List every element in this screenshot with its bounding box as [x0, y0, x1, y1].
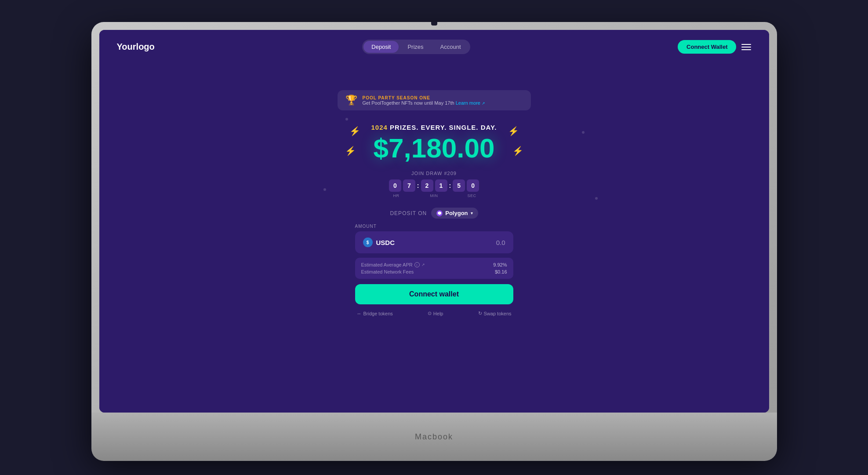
network-name: Polygon — [445, 210, 468, 216]
promo-banner: 🏆 POOL PARTY SEASON ONE Get PoolTogether… — [338, 90, 531, 110]
decorative-dot — [323, 188, 326, 191]
header: Yourlogo Deposit Prizes Account Connect … — [99, 30, 769, 64]
laptop-notch — [431, 22, 437, 26]
tab-prizes[interactable]: Prizes — [399, 41, 431, 53]
external-link-icon: ↗ — [482, 101, 485, 106]
prize-count-text: PRIZES. EVERY. SINGLE. DAY. — [390, 124, 497, 131]
min-digit-2: 1 — [435, 179, 447, 192]
hour-digit-2: 7 — [403, 179, 415, 192]
prize-amount: $7,180.00 — [371, 135, 497, 162]
banner-text: POOL PARTY SEASON ONE Get PoolTogether N… — [363, 95, 486, 106]
fee-info: Estimated Average APR i ↗ 9.92% Estimate… — [355, 258, 513, 279]
prize-count-number: 1024 — [371, 124, 388, 131]
hour-digit-1: 0 — [389, 179, 401, 192]
bottom-links: ↔ Bridge tokens ⊙ Help ↻ Swap tokens — [355, 311, 513, 316]
chevron-down-icon: ▾ — [471, 211, 473, 216]
decorative-dot — [582, 131, 585, 134]
timer-labels: HRMINSEC — [382, 194, 486, 198]
amount-value: 0.0 — [496, 239, 505, 246]
menu-line-1 — [741, 44, 751, 45]
prize-hero: ⚡ ⚡ ⚡ ⚡ 1024 PRIZES. EVERY. SINGLE. DAY.… — [371, 124, 497, 162]
prize-count-line: 1024 PRIZES. EVERY. SINGLE. DAY. — [371, 124, 497, 131]
polygon-logo — [436, 210, 443, 216]
tab-deposit[interactable]: Deposit — [363, 41, 399, 53]
polygon-inner — [438, 212, 441, 215]
colon-1: : — [417, 182, 419, 189]
help-icon: ⊙ — [428, 311, 432, 316]
connect-wallet-main-button[interactable]: Connect wallet — [355, 284, 513, 304]
sec-digit-2: 0 — [467, 179, 479, 192]
external-link-icon-small: ↗ — [421, 263, 425, 267]
info-icon: i — [414, 262, 420, 267]
usdc-row: $ USDC — [363, 238, 395, 247]
logo: Yourlogo — [117, 42, 155, 52]
usdc-icon: $ — [363, 238, 373, 247]
laptop-frame: Yourlogo Deposit Prizes Account Connect … — [91, 22, 777, 453]
network-fees-label: Estimated Network Fees — [361, 269, 414, 274]
main-content: 🏆 POOL PARTY SEASON ONE Get PoolTogether… — [99, 64, 769, 316]
banner-title: POOL PARTY SEASON ONE — [363, 95, 486, 100]
timer-digits: 0 7 : 2 1 : 5 0 — [382, 179, 486, 192]
sparkle-icon-1: ⚡ — [349, 126, 360, 136]
laptop-brand: Macbook — [415, 432, 453, 442]
usdc-label: USDC — [376, 239, 395, 246]
menu-line-2 — [741, 47, 751, 48]
timer-section: JOIN DRAW #209 0 7 : 2 1 : 5 0 HRMINSEC — [382, 171, 486, 198]
deposit-section: DEPOSIT ON Polygon ▾ AMOUNT — [355, 208, 513, 316]
tab-account[interactable]: Account — [432, 41, 469, 53]
bridge-icon: ↔ — [357, 311, 362, 316]
trophy-icon: 🏆 — [345, 95, 357, 106]
sparkle-icon-3: ⚡ — [345, 146, 356, 156]
sparkle-icon-2: ⚡ — [508, 126, 519, 136]
menu-line-3 — [741, 49, 751, 50]
deposit-on-row: DEPOSIT ON Polygon ▾ — [355, 208, 513, 219]
decorative-dot — [595, 197, 598, 200]
network-fees-value: $0.16 — [495, 269, 507, 274]
laptop-screen: Yourlogo Deposit Prizes Account Connect … — [99, 30, 769, 413]
connect-wallet-header-button[interactable]: Connect Wallet — [678, 40, 736, 54]
menu-icon[interactable] — [741, 44, 751, 50]
nav-tabs: Deposit Prizes Account — [362, 40, 470, 54]
help-link[interactable]: ⊙ Help — [428, 311, 443, 316]
sparkle-icon-4: ⚡ — [512, 146, 523, 156]
header-right: Connect Wallet — [678, 40, 751, 54]
app-container: Yourlogo Deposit Prizes Account Connect … — [99, 30, 769, 413]
decorative-dot — [345, 118, 348, 121]
apr-value: 9.92% — [493, 262, 507, 267]
join-draw-label: JOIN DRAW #209 — [382, 171, 486, 176]
bridge-tokens-link[interactable]: ↔ Bridge tokens — [357, 311, 393, 316]
deposit-on-label: DEPOSIT ON — [390, 210, 427, 216]
laptop-base: Macbook — [91, 413, 777, 461]
apr-label: Estimated Average APR i ↗ — [361, 262, 425, 267]
sec-digit-1: 5 — [453, 179, 465, 192]
banner-subtitle: Get PoolTogether NFTs now until May 17th… — [363, 100, 486, 106]
amount-label: AMOUNT — [355, 224, 513, 229]
swap-tokens-link[interactable]: ↻ Swap tokens — [478, 311, 512, 316]
swap-icon: ↻ — [478, 311, 482, 316]
network-fees-row: Estimated Network Fees $0.16 — [361, 269, 507, 274]
min-digit-1: 2 — [421, 179, 433, 192]
amount-input-box[interactable]: $ USDC 0.0 — [355, 231, 513, 253]
network-selector[interactable]: Polygon ▾ — [431, 208, 478, 219]
apr-row: Estimated Average APR i ↗ 9.92% — [361, 262, 507, 267]
colon-2: : — [449, 182, 451, 189]
learn-more-link[interactable]: Learn more — [456, 100, 480, 106]
